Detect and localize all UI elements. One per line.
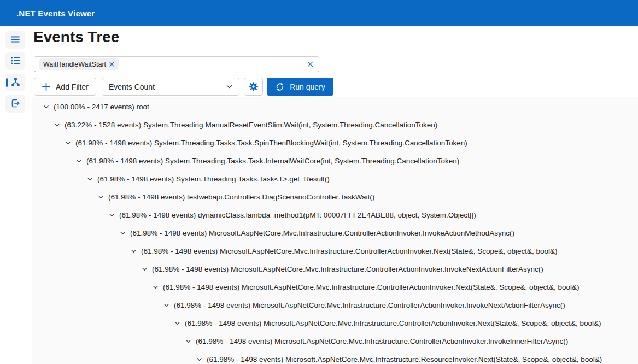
chevron-down-icon[interactable] [43,103,50,110]
tree-row-label: (61.98% - 1498 events) Microsoft.AspNetC… [207,355,602,363]
sidebar-item-events-list[interactable] [5,52,25,70]
chevron-down-icon[interactable] [119,230,126,237]
events-tree: (100.00% - 2417 events) root(63.22% - 15… [32,97,638,364]
tree-row-label: (61.98% - 1498 events) System.Threading.… [75,139,467,147]
tree-row[interactable]: (61.98% - 1498 events) Microsoft.AspNetC… [32,278,638,296]
tree-row-label: (61.98% - 1498 events) Microsoft.AspNetC… [174,301,565,309]
tree-row-label: (61.98% - 1498 events) testwebapi.Contro… [108,193,374,201]
tree-row[interactable]: (61.98% - 1498 events) testwebapi.Contro… [32,188,638,206]
filter-chip-label: WaitHandleWaitStart [43,61,106,68]
tree-row[interactable]: (61.98% - 1498 events) Microsoft.AspNetC… [32,350,638,364]
clear-filters-button[interactable] [307,61,314,68]
clear-icon [307,61,314,68]
settings-button[interactable] [244,78,263,96]
filter-chip: WaitHandleWaitStart [39,58,119,70]
tree-row-label: (61.98% - 1498 events) dynamicClass.lamb… [119,211,476,219]
remove-filter-chip-icon[interactable] [109,61,115,67]
app-window: .NET Events Viewer [0,0,638,364]
tree-row[interactable]: (61.98% - 1498 events) System.Threading.… [32,134,638,152]
chevron-down-icon[interactable] [108,212,115,219]
exit-icon [10,98,21,110]
tree-row[interactable]: (100.00% - 2417 events) root [32,98,638,116]
app-title: .NET Events Viewer [16,9,95,18]
chevron-down-icon[interactable] [163,302,170,309]
tree-row[interactable]: (61.98% - 1498 events) Microsoft.AspNetC… [32,314,638,332]
tree-row-label: (61.98% - 1498 events) Microsoft.AspNetC… [130,229,514,237]
tree-row[interactable]: (61.98% - 1498 events) Microsoft.AspNetC… [32,224,638,242]
tree-row[interactable]: (61.98% - 1498 events) System.Threading.… [32,170,638,188]
chevron-down-icon[interactable] [130,248,137,255]
add-filter-label: Add Filter [56,83,89,91]
chevron-down-icon[interactable] [54,121,61,128]
sidebar [0,26,31,364]
query-type-value: Events Count [109,83,155,91]
tree-row-label: (61.98% - 1498 events) Microsoft.AspNetC… [152,265,543,273]
chevron-down-icon[interactable] [97,193,104,201]
tree-row[interactable]: (61.98% - 1498 events) Microsoft.AspNetC… [32,260,638,278]
app-bar: .NET Events Viewer [0,0,638,26]
chevron-down-icon[interactable] [174,320,181,327]
tree-row-label: (61.98% - 1498 events) Microsoft.AspNetC… [163,283,580,291]
chevron-down-icon[interactable] [196,356,203,363]
chevron-down-icon[interactable] [86,175,93,183]
bulleted-list-icon [10,55,21,68]
tree-row[interactable]: (61.98% - 1498 events) Microsoft.AspNetC… [32,242,638,260]
tree-row-label: (61.98% - 1498 events) Microsoft.AspNetC… [185,319,601,327]
selection-indicator [6,78,8,87]
chevron-down-icon [225,83,233,91]
tree-row-label: (100.00% - 2417 events) root [54,103,149,111]
add-filter-button[interactable]: Add Filter [34,78,96,96]
chevron-down-icon[interactable] [75,157,83,165]
tree-row-label: (61.98% - 1498 events) Microsoft.AspNetC… [196,337,568,345]
tree-row-label: (61.98% - 1498 events) Microsoft.AspNetC… [141,247,558,255]
tree-row-label: (63.22% - 1528 events) System.Threading.… [65,121,437,129]
tree-row[interactable]: (61.98% - 1498 events) Microsoft.AspNetC… [32,296,638,314]
add-icon [42,82,51,91]
tree-row[interactable]: (61.98% - 1498 events) Microsoft.AspNetC… [32,332,638,350]
query-type-select[interactable]: Events Count [102,78,239,96]
sync-icon [275,82,285,92]
tree-row[interactable]: (63.22% - 1528 events) System.Threading.… [32,116,638,134]
run-query-label: Run query [290,83,325,91]
tree-row[interactable]: (61.98% - 1498 events) System.Threading.… [32,152,638,170]
tree-row-label: (61.98% - 1498 events) System.Threading.… [86,157,459,165]
sidebar-item-menu[interactable] [5,31,25,49]
sidebar-item-events-tree[interactable] [5,74,25,91]
chevron-down-icon[interactable] [185,338,192,345]
hamburger-menu-icon [10,34,21,46]
tree-row-label: (61.98% - 1498 events) System.Threading.… [97,175,330,183]
chevron-down-icon[interactable] [141,266,148,273]
chevron-down-icon[interactable] [152,284,159,291]
page-title: Events Tree [33,28,119,46]
gear-icon [248,81,259,92]
tree-row[interactable]: (61.98% - 1498 events) dynamicClass.lamb… [32,206,638,224]
sidebar-item-exit[interactable] [5,95,25,113]
events-tree-icon [10,77,21,89]
run-query-button[interactable]: Run query [267,78,333,96]
filter-input[interactable]: WaitHandleWaitStart [34,56,319,72]
chevron-down-icon[interactable] [65,139,72,146]
